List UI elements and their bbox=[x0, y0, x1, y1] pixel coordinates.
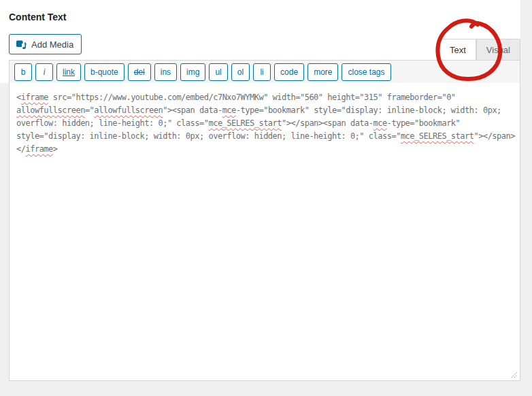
code-line: style="display: inline-block; width: 0px… bbox=[16, 130, 513, 143]
quicktag-button-code[interactable]: code bbox=[274, 63, 304, 81]
quicktag-button-more[interactable]: more bbox=[307, 63, 338, 81]
resize-handle[interactable] bbox=[509, 369, 518, 379]
misspelled-word: iframe bbox=[25, 144, 52, 154]
quicktag-button-ol[interactable]: ol bbox=[231, 63, 250, 81]
add-media-label: Add Media bbox=[31, 39, 73, 50]
quicktag-button-b[interactable]: b bbox=[14, 63, 32, 81]
quicktag-button-img[interactable]: img bbox=[180, 63, 205, 81]
quicktag-button-b-quote[interactable]: b-quote bbox=[84, 63, 124, 81]
editor-textarea[interactable]: <iframe src="https://www.youtube.com/emb… bbox=[10, 83, 520, 382]
code-line: <iframe src="https://www.youtube.com/emb… bbox=[16, 91, 513, 104]
quicktag-button-i[interactable]: i bbox=[35, 63, 53, 81]
misspelled-word: mce bbox=[222, 105, 236, 115]
media-icon bbox=[15, 38, 28, 51]
field-label: Content Text bbox=[9, 12, 67, 22]
page: { "page": { "title_label": "Content Text… bbox=[0, 0, 532, 396]
tab-text[interactable]: Text bbox=[439, 39, 476, 60]
misspelled-word: mce_SELRES_start bbox=[401, 131, 474, 141]
quicktag-button-ul[interactable]: ul bbox=[209, 63, 227, 81]
misspelled-word: allowfullscreen bbox=[94, 105, 163, 115]
editor-container: bilinkb-quotedelinsimgulollicodemoreclos… bbox=[9, 60, 520, 381]
quicktags-toolbar: bilinkb-quotedelinsimgulollicodemoreclos… bbox=[10, 61, 520, 83]
code-line: allowfullscreen="allowfullscreen"><span … bbox=[16, 104, 513, 117]
editor-mode-tabs: TextVisual bbox=[439, 39, 520, 60]
quicktag-button-ins[interactable]: ins bbox=[154, 63, 177, 81]
quicktag-button-link[interactable]: link bbox=[56, 63, 81, 81]
misspelled-word: allowfullscreen bbox=[16, 105, 85, 115]
misspelled-word: iframe bbox=[21, 93, 48, 102]
tab-visual[interactable]: Visual bbox=[476, 39, 520, 60]
quicktag-button-close-tags[interactable]: close tags bbox=[342, 63, 390, 81]
misspelled-word: mce bbox=[373, 118, 387, 128]
quicktag-button-li[interactable]: li bbox=[253, 63, 271, 81]
misspelled-word: mce_SELRES_start bbox=[208, 118, 282, 128]
code-line: overflow: hidden; line-height: 0;" class… bbox=[16, 117, 513, 130]
add-media-button[interactable]: Add Media bbox=[9, 34, 82, 54]
code-line: </iframe> bbox=[16, 143, 513, 156]
quicktag-button-del[interactable]: del bbox=[128, 63, 151, 81]
